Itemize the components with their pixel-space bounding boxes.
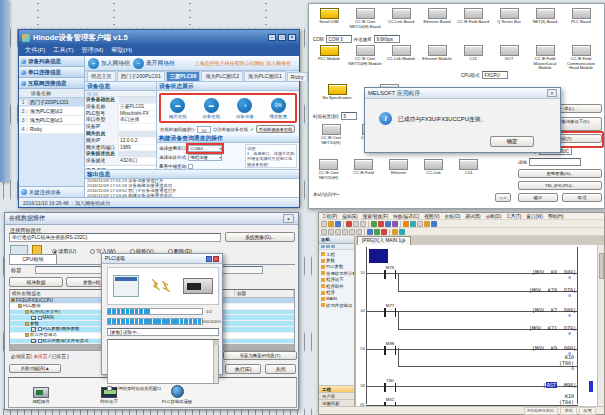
device-tab[interactable]: 西门子200PLC01 — [117, 71, 165, 81]
ok-button[interactable]: 确定 — [518, 193, 558, 202]
interface-option[interactable]: CC-Link Board — [383, 8, 419, 29]
property-row[interactable]: 设备描述432串口 — [85, 158, 156, 165]
menu-item[interactable]: 在线(O) — [445, 214, 461, 219]
remote-operation-button[interactable]: 远程操作 — [21, 387, 61, 404]
close-icon[interactable]: × — [288, 34, 296, 41]
dialog-titlebar[interactable]: MELSOFT 应用程序 × — [365, 88, 560, 99]
project-tree-icon[interactable] — [392, 229, 398, 235]
auto-close-checkbox[interactable] — [107, 386, 112, 391]
system-image-button[interactable]: 系统图像(G)... — [225, 232, 295, 242]
module-option[interactable]: CC-Link Module — [383, 45, 419, 71]
contact-symbol[interactable]: M98 — [384, 344, 396, 355]
module-option[interactable]: Ethernet Module — [419, 45, 455, 71]
property-row[interactable]: 设备IP — [85, 124, 156, 131]
coex-route-option[interactable]: CC-Link — [416, 159, 451, 180]
coex-route-option[interactable]: C24 — [451, 159, 486, 180]
find-icon[interactable] — [410, 221, 416, 227]
property-row[interactable]: 串口类型串口连接 — [85, 117, 156, 124]
hinode-titlebar[interactable]: Hinode设备管理客户端 v1.5 –□× — [19, 30, 299, 45]
checked-icon[interactable]: ✔ — [250, 127, 254, 132]
nav-section-tab[interactable]: 工程 — [319, 385, 354, 392]
instruction[interactable]: [MOVK29D79]0 — [529, 287, 576, 293]
route-option[interactable]: CC IE Cont NET/10(H) — [311, 124, 351, 145]
nav-section-tab[interactable]: 连接目标 — [319, 399, 354, 406]
menu-item[interactable]: 帮助(H) — [111, 46, 132, 55]
coex-route-option[interactable]: CC IE Cont NET/10(H) — [311, 159, 346, 180]
timer-coil[interactable]: K10(T84)0 — [559, 394, 574, 406]
detail-value[interactable] — [529, 158, 581, 166]
window-titlebar[interactable]: 在线数据操作 × — [5, 213, 298, 225]
auto-close-option[interactable]: 处理结束时自动关闭窗口 — [107, 386, 161, 391]
sidebar-footer[interactable]: 未建连接设备 — [19, 186, 84, 197]
close-icon[interactable] — [213, 256, 219, 262]
com-port-select[interactable]: COM4▾ — [188, 145, 222, 152]
device-row[interactable]: 3海为PLC测试1 — [19, 116, 84, 125]
dialog-ok-button[interactable]: 确定 — [490, 136, 534, 147]
stop-icon[interactable] — [378, 221, 384, 227]
ladder-rung[interactable]: 61 M52 K10(T84)0 — [366, 397, 578, 406]
property-row[interactable]: 网关信息 — [85, 131, 156, 138]
contact-symbol[interactable]: M77 — [384, 306, 396, 317]
ladder-branch[interactable]: [MOVK21D79]0 — [366, 321, 578, 338]
device-icon[interactable] — [431, 221, 437, 227]
device-tab[interactable]: Ricky — [287, 72, 308, 81]
row-checkbox[interactable]: ✓ — [31, 327, 36, 332]
ladder-canvas[interactable]: 10 M76 [MOVK8D80]0 [MOVK29D79]0 44 M77 [… — [355, 245, 604, 406]
minimize-icon[interactable]: – — [268, 34, 276, 41]
cut-icon[interactable] — [346, 221, 352, 227]
write-icon[interactable] — [392, 221, 398, 227]
menu-item[interactable]: 工程(P) — [322, 214, 337, 219]
run-icon[interactable] — [371, 221, 377, 227]
instruction[interactable]: [MOVK21D79]0 — [529, 325, 576, 331]
device-tab[interactable]: 三菱PLC06 — [166, 71, 201, 81]
sort-icon[interactable] — [87, 92, 92, 96]
device-tab[interactable]: 组态主页 — [87, 71, 116, 81]
refresh-button[interactable]: 更新为最新的信息(T) — [223, 351, 297, 360]
menu-item[interactable]: 帮助(H) — [548, 214, 564, 219]
module-option[interactable]: PLC Module — [311, 45, 347, 71]
module-option[interactable]: CC IE Field Master/Local Module — [527, 45, 563, 71]
column-header[interactable]: 标题 — [235, 290, 294, 297]
vertical-line-icon[interactable] — [349, 229, 355, 235]
application-instruction-icon[interactable] — [342, 229, 348, 235]
device-row[interactable]: 2海为PLC测试2 — [19, 107, 84, 116]
convert-icon[interactable] — [403, 221, 409, 227]
ladder-branch[interactable]: [MOVK29D79]0 — [366, 283, 578, 300]
coex-route-option[interactable]: Ethernet — [381, 159, 416, 180]
module-option[interactable]: GOT — [491, 45, 527, 71]
timer-coil[interactable]: K10(T80)0 — [559, 355, 574, 372]
contact-symbol[interactable]: M76 — [384, 268, 396, 279]
contact-symbol[interactable]: M52 — [384, 400, 396, 406]
join-network-button[interactable]: +加入网络组 — [88, 58, 130, 69]
scrollbar[interactable] — [213, 340, 218, 383]
nav-section-tab[interactable]: 用户库 — [319, 392, 354, 399]
menu-item[interactable]: 工具(T) — [506, 214, 521, 219]
baud-value[interactable]: 9.6Kbps — [374, 35, 400, 43]
open-icon[interactable] — [328, 221, 334, 227]
menu-item[interactable]: 编辑(E) — [342, 214, 357, 219]
dialog-titlebar[interactable]: PLC读取 — [102, 254, 222, 264]
zoom-icon[interactable] — [417, 221, 423, 227]
interface-option[interactable]: Ethernet Board — [419, 8, 455, 29]
instruction[interactable]: [MOVK7D80]0 — [532, 307, 576, 313]
interface-option[interactable]: CC IE Cont NET/10(H) Board — [347, 8, 383, 29]
time-check-value[interactable]: 5 — [341, 112, 357, 120]
interface-option[interactable]: PLC Board — [563, 8, 599, 29]
module-data-button[interactable]: 模块数据 — [9, 277, 63, 287]
copy-icon[interactable] — [353, 221, 359, 227]
interface-option[interactable]: NET(II) Board — [527, 8, 563, 29]
close-icon[interactable]: × — [547, 89, 557, 97]
coex-route-option[interactable]: CC IE Field — [346, 159, 381, 180]
instruction[interactable]: [MOVK8D80]0 — [532, 269, 576, 275]
cpu-module-tab[interactable]: CPU模块 — [9, 254, 57, 264]
interface-option[interactable]: Q Series Bus — [491, 8, 527, 29]
monitor-icon[interactable] — [385, 221, 391, 227]
row-checkbox[interactable]: ✓ — [31, 339, 36, 344]
module-option[interactable]: C24 — [455, 45, 491, 71]
ladder-mode-icon[interactable] — [367, 229, 373, 235]
instruction[interactable]: [MOVK9D80]0 — [532, 345, 576, 351]
instruction[interactable]: [RSTM98] — [543, 382, 576, 388]
sidebar-group[interactable]: 串口连接信息 — [19, 67, 84, 78]
menu-item[interactable]: 转换/编译(C) — [393, 214, 419, 219]
save-icon[interactable] — [335, 221, 341, 227]
